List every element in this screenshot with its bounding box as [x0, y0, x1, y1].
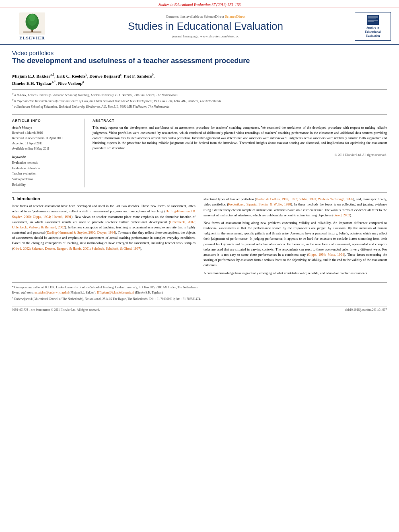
journal-logo: Studies in Educational Evaluation: [358, 15, 388, 38]
journal-header-center: Contents lists available at ScienceDirec…: [56, 14, 355, 38]
body-left-column: 1. Introduction New forms of teacher ass…: [12, 197, 195, 278]
abstract-title: Abstract: [93, 119, 387, 123]
article-content: Video portfolios The development and use…: [0, 45, 399, 320]
doi-line: doi:10.1016/j.stueduc.2011.04.007: [345, 308, 387, 312]
keyword-4: Video portfolios: [12, 177, 78, 182]
svg-rect-10: [368, 20, 378, 21]
sciencedirect-line: Contents lists available at ScienceDirec…: [56, 14, 355, 18]
ref-gipps-moss[interactable]: Gipps, 1994; Moss, 1994: [308, 253, 344, 257]
issn-line: 0191-491X/$ – see front matter © 2011 El…: [12, 308, 100, 312]
author-sanders: Piet F. Sanders: [123, 73, 152, 78]
body-section: 1. Introduction New forms of teacher ass…: [12, 192, 387, 278]
intro-paragraph-1: New forms of teacher assessment have bee…: [12, 203, 195, 251]
elsevier-wordmark: ELSEVIER: [19, 35, 45, 40]
svg-rect-9: [368, 18, 376, 19]
author-verloop: Nico Verloop: [58, 81, 82, 86]
svg-rect-5: [23, 32, 41, 33]
svg-rect-11: [368, 21, 374, 22]
page-container: Studies in Educational Evaluation 37 (20…: [0, 0, 399, 532]
affiliation-a: a a ICLON, Leiden University Graduate Sc…: [12, 92, 387, 98]
header-section: ELSEVIER Contents lists available at Sci…: [0, 8, 399, 45]
journal-citation: Studies in Educational Evaluation 37 (20…: [158, 3, 241, 7]
elsevier-logo-area: ELSEVIER: [8, 12, 56, 40]
authors-section: Mirjam E.J. Bakkera,1, Erik C. Roelofsb,…: [12, 72, 387, 87]
keyword-3: Teacher evaluation: [12, 171, 78, 177]
article-title-section: Video portfolios The development and use…: [12, 49, 387, 68]
authors-line: Mirjam E.J. Bakkera,1, Erik C. Roelofsb,…: [12, 72, 387, 87]
journal-homepage-line: journal homepage: www.elsevier.com/stued…: [56, 34, 355, 38]
ref-barton-collins[interactable]: Barton & Collins, 1993, 1997; Seldin, 19…: [256, 197, 353, 201]
journal-logo-box: Studies in Educational Evaluation: [355, 12, 391, 41]
email-bakker[interactable]: m.bakker@onderwijsraad.nl: [35, 291, 69, 294]
received-date: Received 4 March 2010: [12, 131, 78, 136]
intro-paragraph-3: New forms of assessment bring along new …: [204, 220, 387, 268]
article-subtitle: Video portfolios: [12, 49, 387, 56]
ref-darling-hammond-2000[interactable]: Darling-Hammond & Snyder, 2000; Gipps, 1…: [12, 209, 195, 218]
ref-girod-2002[interactable]: Girod, 2002: [333, 213, 350, 217]
intro-paragraph-2: structured types of teacher portfolios (…: [204, 197, 387, 218]
article-info-title: Article Info: [12, 119, 78, 123]
journal-logo-text: Studies in Educational Evaluation: [365, 26, 381, 38]
elsevier-tree-icon: [18, 12, 46, 35]
ref-uhlenbeck-2002[interactable]: Uhlenbeck, 2002; Uhlenbeck, Verloop, & B…: [12, 220, 195, 229]
keyword-5: Reliability: [12, 182, 78, 188]
ref-frederiksen[interactable]: Frederiksen, Sipusic, Sherin, & Wolfe, 1…: [228, 202, 291, 206]
available-date: Available online 8 May 2011: [12, 146, 78, 152]
elsevier-logo: ELSEVIER: [8, 12, 56, 40]
bottom-bar: 0191-491X/$ – see front matter © 2011 El…: [12, 306, 387, 312]
keyword-2: Evaluation utilization: [12, 166, 78, 171]
author-bakker: Mirjam E.J. Bakker: [12, 73, 50, 78]
article-main-title: The development and usefulness of a teac…: [12, 56, 387, 66]
revised-date: Received in revised form 11 April 2011: [12, 136, 78, 141]
footnote-1: 1 Onderwijsraad (Educational Council of …: [12, 296, 387, 301]
journal-title: Studies in Educational Evaluation: [56, 20, 355, 33]
keywords-label: Keywords:: [12, 155, 78, 159]
footnotes-section: * Corresponding author at: ICLON, Leiden…: [12, 282, 387, 301]
affiliations-section: a a ICLON, Leiden University Graduate Sc…: [12, 89, 387, 109]
author-beijaard: Douwe Beijaard: [89, 73, 120, 78]
svg-rect-7: [368, 16, 378, 17]
ref-darling-hammond-snyder[interactable]: Darling-Hammond & Snyder, 2000; Dwyer, 1…: [47, 230, 115, 234]
article-info-abstract-section: Article Info Article history: Received 4…: [12, 114, 387, 187]
sciencedirect-link[interactable]: ScienceDirect: [225, 14, 245, 18]
journal-logo-icon: [367, 15, 379, 25]
accepted-date: Accepted 11 April 2011: [12, 141, 78, 146]
email-tigelaar[interactable]: DTigelaar@iclon.leidenuniv.nl: [97, 291, 134, 294]
article-info-column: Article Info Article history: Received 4…: [12, 119, 84, 187]
footnote-corresponding: * Corresponding author at: ICLON, Leiden…: [12, 285, 387, 290]
ref-girod-salzman[interactable]: Girod, 2002; Salzman, Denner, Bangert, &…: [13, 246, 140, 251]
introduction-title: 1. Introduction: [12, 197, 195, 201]
affiliation-c: c c Eindhoven School of Education, Techn…: [12, 103, 387, 109]
author-tigelaar: Dineke E.H. Tigelaar: [12, 81, 52, 86]
abstract-copyright: © 2011 Elsevier Ltd. All rights reserved…: [93, 153, 387, 157]
intro-paragraph-4: A common knowledge base is gradually eme…: [204, 271, 387, 276]
abstract-text: This study reports on the development an…: [93, 125, 387, 151]
author-roelofs: Erik C. Roelofs: [56, 73, 85, 78]
svg-rect-8: [368, 17, 378, 18]
abstract-column: Abstract This study reports on the devel…: [93, 119, 387, 187]
body-right-column: structured types of teacher portfolios (…: [204, 197, 387, 278]
journal-top-bar: Studies in Educational Evaluation 37 (20…: [0, 0, 399, 8]
footnote-email: E-mail addresses: m.bakker@onderwijsraad…: [12, 290, 387, 295]
keyword-1: Evaluation methods: [12, 160, 78, 166]
article-history-label: Article history:: [12, 126, 78, 129]
svg-point-4: [29, 14, 35, 21]
affiliation-b: b b Psychometric Research and Informatio…: [12, 98, 387, 104]
